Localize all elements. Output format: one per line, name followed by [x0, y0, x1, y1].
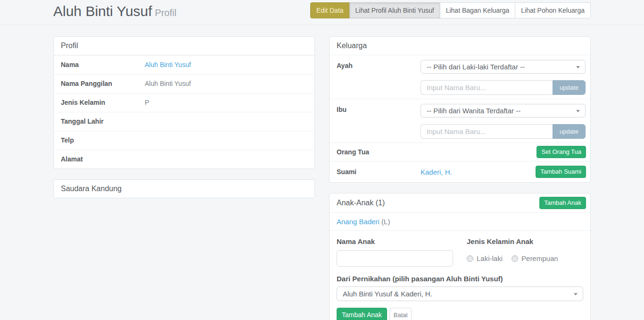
- nama-anak-input[interactable]: [337, 250, 453, 267]
- profil-panel: Profil Nama Aluh Binti Yusuf Nama Panggi…: [53, 36, 315, 169]
- nama-link[interactable]: Aluh Binti Yusuf: [145, 61, 191, 68]
- saudara-kandung-heading: Saudara Kandung: [54, 180, 314, 198]
- ayah-row: Ayah -- Pilih dari Laki-laki Terdaftar -…: [330, 55, 590, 99]
- lihat-pohon-keluarga-button[interactable]: Lihat Pohon Keluarga: [515, 2, 591, 18]
- ibu-select[interactable]: -- Pilih dari Wanita Terdaftar --: [421, 104, 586, 118]
- row-label: Telp: [54, 131, 145, 150]
- ayah-select[interactable]: -- Pilih dari Laki-laki Terdaftar --: [421, 60, 586, 74]
- anak-anak-panel: Anak-Anak (1) Tambah Anak Anang Baderi (…: [329, 193, 591, 320]
- keluarga-panel: Keluarga Ayah -- Pilih dari Laki-laki Te…: [329, 36, 591, 183]
- view-toolbar: Edit Data Lihat Profil Aluh Binti Yusuf …: [310, 2, 591, 18]
- right-column: Keluarga Ayah -- Pilih dari Laki-laki Te…: [329, 36, 591, 320]
- table-row-telp: Telp: [54, 131, 314, 150]
- chevron-down-icon: [576, 66, 580, 68]
- row-value: [145, 131, 314, 141]
- ayah-select-value: -- Pilih dari Laki-laki Terdaftar --: [427, 63, 525, 71]
- table-row-jenis-kelamin: Jenis Kelamin P: [54, 93, 314, 112]
- suami-link[interactable]: Kaderi, H.: [421, 168, 452, 176]
- set-orang-tua-button[interactable]: Set Orang Tua: [537, 146, 586, 158]
- tambah-anak-header-button[interactable]: Tambah Anak: [539, 197, 586, 209]
- ayah-update-button[interactable]: update: [553, 80, 586, 95]
- radio-perempuan[interactable]: Perempuan: [512, 255, 558, 262]
- saudara-kandung-panel: Saudara Kandung: [53, 179, 315, 198]
- profil-panel-heading: Profil: [54, 37, 314, 55]
- child-link[interactable]: Anang Baderi: [337, 218, 380, 226]
- radio-icon: [512, 255, 518, 262]
- row-label: Alamat: [54, 150, 145, 168]
- suami-row: Suami Kaderi, H. Tambah Suami: [330, 161, 590, 182]
- jenis-kelamin-anak-label: Jenis Kelamin Anak: [467, 238, 583, 245]
- pernikahan-select[interactable]: Aluh Binti Yusuf & Kaderi, H.: [337, 286, 583, 301]
- page-header: Aluh Binti YusufProfil Edit Data Lihat P…: [0, 0, 644, 25]
- chevron-down-icon: [574, 293, 578, 295]
- row-label: Tanggal Lahir: [54, 112, 145, 131]
- pernikahan-select-value: Aluh Binti Yusuf & Kaderi, H.: [343, 290, 432, 298]
- chevron-down-icon: [576, 110, 580, 112]
- ayah-new-name-input[interactable]: [421, 80, 553, 95]
- page-title: Aluh Binti YusufProfil: [53, 2, 176, 22]
- table-row-tanggal-lahir: Tanggal Lahir: [54, 112, 314, 131]
- ibu-new-name-input[interactable]: [421, 124, 553, 139]
- row-label: Jenis Kelamin: [54, 93, 145, 112]
- orang-tua-row: Orang Tua Set Orang Tua: [330, 143, 590, 161]
- row-label: Nama: [54, 56, 145, 74]
- ibu-select-value: -- Pilih dari Wanita Terdaftar --: [427, 107, 520, 115]
- row-value: Aluh Binti Yusuf: [145, 75, 314, 93]
- radio-icon: [467, 255, 473, 262]
- left-column: Profil Nama Aluh Binti Yusuf Nama Panggi…: [53, 36, 315, 209]
- page-subtitle: Profil: [155, 8, 177, 18]
- batal-button[interactable]: Batal: [389, 308, 412, 320]
- radio-perempuan-label: Perempuan: [521, 255, 558, 262]
- table-row-nama-panggilan: Nama Panggilan Aluh Binti Yusuf: [54, 74, 314, 93]
- person-name: Aluh Binti Yusuf: [53, 3, 152, 19]
- table-row-nama: Nama Aluh Binti Yusuf: [54, 55, 314, 74]
- nama-anak-label: Nama Anak: [337, 238, 453, 245]
- ibu-row: Ibu -- Pilih dari Wanita Terdaftar -- up…: [330, 99, 590, 143]
- lihat-bagan-keluarga-button[interactable]: Lihat Bagan Keluarga: [440, 2, 516, 18]
- row-value: P: [145, 93, 314, 112]
- row-value: [145, 150, 314, 160]
- tambah-suami-button[interactable]: Tambah Suami: [536, 166, 586, 178]
- dari-pernikahan-label: Dari Pernikahan (pilih pasangan Aluh Bin…: [337, 275, 583, 283]
- keluarga-panel-heading: Keluarga: [330, 37, 590, 55]
- child-list-item: Anang Baderi (L): [330, 213, 590, 231]
- row-value: [145, 112, 314, 122]
- orang-tua-label: Orang Tua: [330, 148, 421, 157]
- suami-label: Suami: [330, 168, 421, 177]
- ibu-label: Ibu: [330, 99, 421, 143]
- lihat-profil-button[interactable]: Lihat Profil Aluh Binti Yusuf: [349, 2, 440, 18]
- ibu-update-button[interactable]: update: [553, 124, 586, 139]
- tambah-anak-submit-button[interactable]: Tambah Anak: [337, 308, 387, 320]
- radio-laki-laki[interactable]: Laki-laki: [467, 255, 503, 262]
- radio-laki-laki-label: Laki-laki: [477, 255, 503, 262]
- row-label: Nama Panggilan: [54, 75, 145, 93]
- table-row-alamat: Alamat: [54, 150, 314, 168]
- child-gender: (L): [381, 218, 390, 226]
- add-child-form: Nama Anak Jenis Kelamin Anak Laki-laki: [330, 231, 590, 320]
- ayah-label: Ayah: [330, 55, 421, 99]
- anak-anak-heading: Anak-Anak (1): [337, 197, 385, 209]
- edit-data-button[interactable]: Edit Data: [310, 2, 350, 18]
